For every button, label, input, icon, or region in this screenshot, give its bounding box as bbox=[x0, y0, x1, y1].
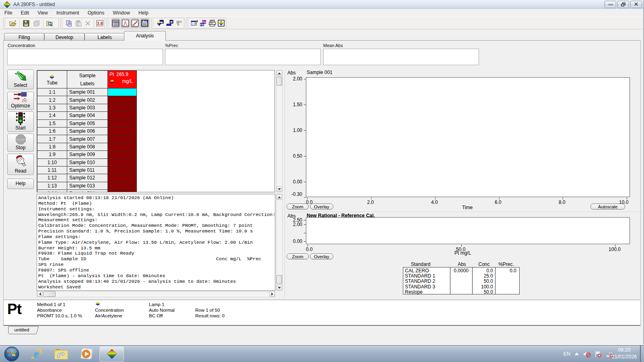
standards-table-row[interactable]: STANDARD 1 25.0 bbox=[403, 273, 519, 278]
sample-label-cell[interactable]: Sample 012 bbox=[67, 174, 108, 182]
scroll-right-icon[interactable] bbox=[269, 291, 275, 297]
standards-table-row[interactable]: STANDARD 2 50.0 bbox=[403, 278, 519, 284]
help-button[interactable]: Help bbox=[7, 179, 34, 189]
print-icon[interactable] bbox=[208, 19, 216, 28]
volume-muted-icon[interactable] bbox=[583, 351, 591, 358]
tube-cell[interactable]: 1:1 bbox=[37, 88, 67, 96]
tube-cell[interactable]: 1:14 bbox=[37, 190, 67, 192]
start-button[interactable]: Start bbox=[7, 111, 34, 132]
result-cell[interactable] bbox=[108, 190, 137, 192]
close-button[interactable]: ✕ bbox=[630, 1, 642, 8]
result-cell[interactable] bbox=[108, 166, 137, 174]
sample-table-row[interactable]: 1:3 Sample 003 bbox=[37, 104, 137, 111]
sample-table-row[interactable]: 1:12 Sample 012 bbox=[37, 174, 137, 182]
result-cell[interactable] bbox=[108, 174, 137, 182]
result-cell[interactable] bbox=[108, 143, 137, 150]
tube-cell[interactable]: 1:11 bbox=[37, 166, 67, 174]
sample-table-row[interactable]: 1:7 Sample 007 bbox=[37, 135, 137, 143]
app-taskbar-button[interactable] bbox=[99, 346, 124, 362]
sample-label-cell[interactable]: Sample 004 bbox=[67, 112, 108, 119]
sample-label-cell[interactable]: Sample 006 bbox=[67, 127, 108, 135]
result-cell[interactable] bbox=[108, 104, 137, 111]
tube-cell[interactable]: 1:10 bbox=[37, 158, 67, 166]
result-cell[interactable] bbox=[108, 135, 137, 143]
overlay-button[interactable]: Overlay bbox=[310, 253, 333, 259]
result-cell[interactable] bbox=[108, 88, 137, 96]
find-icon[interactable] bbox=[45, 19, 54, 28]
menu-window[interactable]: Window bbox=[109, 9, 134, 16]
signal-value-icon[interactable]: 3.8 bbox=[96, 19, 104, 28]
optimize-button[interactable]: Optimize bbox=[7, 92, 34, 110]
tube-cell[interactable]: 1:3 bbox=[37, 104, 67, 111]
sample-label-cell[interactable]: Sample 009 bbox=[67, 151, 108, 158]
sample-table-row[interactable]: 1:1 Sample 001 bbox=[37, 88, 137, 96]
stop-button[interactable]: STOP Stop bbox=[7, 134, 34, 152]
tube-cell[interactable]: 1:7 bbox=[37, 135, 67, 143]
flame-on-icon[interactable] bbox=[156, 19, 164, 28]
analysis-log[interactable]: Analysis started 08:13:18 21/01/2026 (AA… bbox=[37, 194, 275, 291]
prec-field[interactable] bbox=[165, 49, 321, 65]
furnace-icon[interactable] bbox=[166, 19, 174, 28]
action-center-flag-icon[interactable] bbox=[594, 351, 602, 358]
select-button[interactable]: Select bbox=[7, 70, 34, 89]
tube-cell[interactable]: 1:4 bbox=[37, 112, 67, 119]
menu-options[interactable]: Options bbox=[84, 9, 108, 16]
meanabs-field[interactable] bbox=[323, 49, 479, 65]
edit-worksheet-icon[interactable] bbox=[191, 19, 198, 28]
restore-button[interactable] bbox=[617, 1, 629, 8]
standards-table-row[interactable]: Reslope 50.0 bbox=[403, 289, 519, 294]
sample-table-row[interactable]: 1:2 Sample 002 bbox=[37, 96, 137, 104]
sample-label-cell[interactable]: Sample 014 bbox=[67, 190, 108, 192]
language-indicator[interactable]: EN bbox=[564, 351, 570, 357]
scrollbar-thumb[interactable] bbox=[43, 291, 56, 297]
tab-develop[interactable]: Develop bbox=[44, 33, 85, 41]
calibration-view-icon[interactable] bbox=[130, 19, 139, 28]
tab-analysis[interactable]: Analysis bbox=[124, 31, 166, 41]
signal-view-icon[interactable] bbox=[121, 19, 130, 28]
tube-column-header[interactable]: Tube bbox=[37, 71, 67, 88]
scroll-up-icon[interactable] bbox=[277, 70, 282, 76]
chart-plot-area[interactable] bbox=[306, 77, 630, 197]
start-button[interactable] bbox=[3, 346, 20, 362]
labels-column-header[interactable]: Sample Labels bbox=[67, 71, 108, 88]
result-cell[interactable] bbox=[108, 182, 137, 189]
worksheet-icon[interactable] bbox=[218, 19, 225, 28]
sample-table-row[interactable]: 1:10 Sample 010 bbox=[37, 158, 137, 166]
tab-filing[interactable]: Filing bbox=[4, 33, 44, 41]
toolbar-gripper[interactable] bbox=[4, 19, 7, 27]
sample-label-cell[interactable]: Sample 010 bbox=[67, 158, 108, 166]
concentration-field[interactable] bbox=[7, 49, 163, 65]
tube-cell[interactable]: 1:8 bbox=[37, 143, 67, 150]
read-button[interactable]: Read bbox=[7, 154, 34, 175]
menu-view[interactable]: View bbox=[34, 9, 52, 16]
sample-label-cell[interactable]: Sample 013 bbox=[67, 182, 108, 189]
sample-label-cell[interactable]: Sample 002 bbox=[67, 96, 108, 104]
show-hidden-icons-chevron[interactable] bbox=[574, 352, 580, 356]
result-cell[interactable] bbox=[108, 96, 137, 104]
sample-label-cell[interactable]: Sample 003 bbox=[67, 104, 108, 111]
scroll-down-icon[interactable] bbox=[277, 285, 282, 290]
tube-cell[interactable]: 1:13 bbox=[37, 182, 67, 189]
result-cell[interactable] bbox=[108, 119, 137, 127]
menu-help[interactable]: Help bbox=[135, 9, 152, 16]
media-player-icon[interactable] bbox=[77, 346, 95, 362]
internet-explorer-icon[interactable]: e bbox=[27, 346, 45, 362]
tube-cell[interactable]: 1:12 bbox=[37, 174, 67, 182]
sample-table-row[interactable]: 1:4 Sample 004 bbox=[37, 112, 137, 119]
windows-explorer-icon[interactable] bbox=[52, 346, 70, 362]
tab-labels[interactable]: Labels bbox=[85, 33, 125, 41]
instrument-view-icon[interactable] bbox=[111, 19, 120, 28]
sample-table-row[interactable]: 1:11 Sample 011 bbox=[37, 166, 137, 174]
standards-table-row[interactable]: CAL ZERO 0.0000 0.0 0.0 bbox=[403, 268, 519, 273]
sample-table-row[interactable]: 1:6 Sample 006 bbox=[37, 127, 137, 135]
tube-cell[interactable]: 1:2 bbox=[37, 96, 67, 104]
overlay-button[interactable]: Overlay bbox=[310, 204, 333, 210]
zoom-button[interactable]: Zoom bbox=[287, 204, 309, 210]
log-horizontal-scrollbar[interactable] bbox=[37, 291, 275, 297]
result-cell[interactable] bbox=[108, 158, 137, 166]
zoom-button[interactable]: Zoom bbox=[287, 253, 309, 259]
menu-edit[interactable]: Edit bbox=[17, 9, 33, 16]
copy-icon[interactable] bbox=[65, 19, 73, 28]
log-vertical-scrollbar[interactable] bbox=[276, 194, 283, 291]
toolbar-gripper[interactable] bbox=[61, 19, 64, 27]
